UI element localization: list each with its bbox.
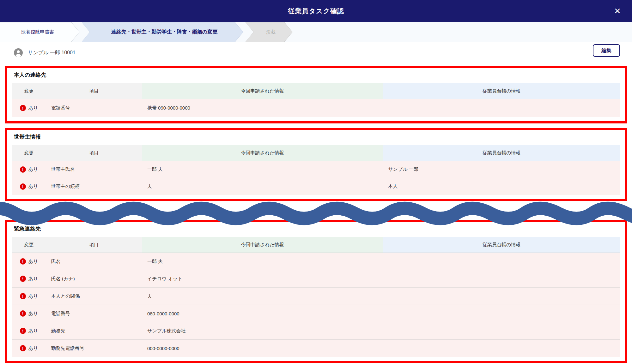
alert-icon: !: [20, 166, 26, 173]
col-header-item: 項目: [46, 83, 142, 99]
item-name-cell: 氏名: [46, 253, 142, 270]
change-status-label: あり: [28, 293, 38, 299]
alert-icon: !: [20, 345, 26, 351]
change-status-label: あり: [28, 183, 38, 189]
alert-icon: !: [20, 310, 26, 317]
change-status: ! あり: [20, 310, 38, 317]
change-status-cell: ! あり: [12, 161, 46, 178]
step-fuyo-kojo-shinkokusho[interactable]: 扶養控除申告書: [0, 22, 80, 42]
step-renrakusaki-henko-active[interactable]: 連絡先・世帯主・勤労学生・障害・婚姻の変更: [82, 22, 243, 42]
change-status: ! あり: [20, 345, 38, 351]
table-row: ! あり 電話番号 携帯 090-0000-0000: [12, 99, 620, 117]
col-header-change: 変更: [12, 237, 46, 253]
step-label-wrap: 扶養控除申告書: [0, 22, 79, 42]
change-status-label: あり: [28, 105, 38, 111]
applied-value-cell: イチロウ オット: [142, 270, 383, 288]
table-header-row: 変更 項目 今回申請された情報 従業員台帳の情報: [12, 145, 620, 161]
table-header-row: 変更 項目 今回申請された情報 従業員台帳の情報: [12, 83, 620, 99]
section-title: 世帯主情報: [14, 133, 620, 140]
col-header-ledger: 従業員台帳の情報: [383, 83, 620, 99]
col-header-ledger: 従業員台帳の情報: [383, 237, 620, 253]
applied-value-cell: 一郎 夫: [142, 253, 383, 270]
table-row: ! あり 電話番号 080-0000-0000: [12, 305, 620, 322]
applied-value-cell: サンプル株式会社: [142, 322, 383, 340]
ledger-value-cell: [383, 340, 620, 357]
change-status-label: あり: [28, 166, 38, 172]
change-status: ! あり: [20, 105, 38, 111]
ledger-value-cell: サンプル 一郎: [383, 161, 620, 178]
employee-header-row: サンプル 一郎 10001 編集: [0, 45, 632, 61]
change-status-cell: ! あり: [12, 340, 46, 357]
page-title: 従業員タスク確認: [288, 7, 344, 15]
step-label-wrap: 決裁: [246, 22, 292, 42]
item-name-cell: 勤務先電話番号: [46, 340, 142, 357]
step-label: 連絡先・世帯主・勤労学生・障害・婚姻の変更: [111, 29, 217, 35]
change-status: ! あり: [20, 328, 38, 334]
table-row: ! あり 勤務先電話番号 000-0000-0000: [12, 340, 620, 357]
applied-value-cell: 夫: [142, 178, 383, 195]
applied-value-cell: 000-0000-0000: [142, 340, 383, 357]
col-header-applied: 今回申請された情報: [142, 83, 383, 99]
close-icon[interactable]: ✕: [611, 5, 624, 17]
change-status: ! あり: [20, 166, 38, 173]
change-status-cell: ! あり: [12, 270, 46, 288]
change-status-cell: ! あり: [12, 253, 46, 270]
alert-icon: !: [20, 328, 26, 334]
section-title: 緊急連絡先: [14, 225, 620, 232]
item-name-cell: 氏名 (カナ): [46, 270, 142, 288]
item-name-cell: 本人との関係: [46, 288, 142, 305]
step-label: 決裁: [266, 29, 276, 35]
ledger-value-cell: [383, 322, 620, 340]
table-row: ! あり 本人との関係 夫: [12, 288, 620, 305]
employee-name: サンプル 一郎 10001: [28, 50, 76, 56]
ledger-value-cell: [383, 270, 620, 288]
col-header-item: 項目: [46, 145, 142, 161]
section-personal-contact: 本人の連絡先 変更 項目 今回申請された情報 従業員台帳の情報 ! あり 電話番…: [5, 66, 627, 123]
title-bar: 従業員タスク確認 ✕: [0, 0, 632, 22]
comparison-table: 変更 項目 今回申請された情報 従業員台帳の情報 ! あり 氏名 一郎 夫 ! …: [12, 237, 620, 357]
table-row: ! あり 勤務先 サンプル株式会社: [12, 322, 620, 340]
alert-icon: !: [20, 183, 26, 190]
step-kessai-disabled: 決裁: [245, 22, 293, 42]
change-status-cell: ! あり: [12, 305, 46, 322]
table-row: ! あり 世帯主の続柄 夫 本人: [12, 178, 620, 195]
item-name-cell: 電話番号: [46, 99, 142, 117]
step-label-wrap: 連絡先・世帯主・勤労学生・障害・婚姻の変更: [82, 22, 243, 42]
ledger-value-cell: [383, 288, 620, 305]
step-navigation: 扶養控除申告書 連絡先・世帯主・勤労学生・障害・婚姻の変更 決裁: [0, 22, 632, 42]
alert-icon: !: [20, 258, 26, 265]
col-header-applied: 今回申請された情報: [142, 237, 383, 253]
table-row: ! あり 氏名 一郎 夫: [12, 253, 620, 270]
change-status-label: あり: [28, 311, 38, 317]
alert-icon: !: [20, 276, 26, 282]
item-name-cell: 勤務先: [46, 322, 142, 340]
col-header-change: 変更: [12, 145, 46, 161]
col-header-item: 項目: [46, 237, 142, 253]
change-status-cell: ! あり: [12, 322, 46, 340]
comparison-table: 変更 項目 今回申請された情報 従業員台帳の情報 ! あり 世帯主氏名 一郎 夫…: [12, 145, 620, 195]
applied-value-cell: 080-0000-0000: [142, 305, 383, 322]
edit-button[interactable]: 編集: [593, 44, 620, 57]
col-header-ledger: 従業員台帳の情報: [383, 145, 620, 161]
ledger-value-cell: [383, 305, 620, 322]
section-emergency-contact: 緊急連絡先 変更 項目 今回申請された情報 従業員台帳の情報 ! あり 氏名 一…: [5, 220, 627, 363]
change-status-cell: ! あり: [12, 288, 46, 305]
change-status-cell: ! あり: [12, 99, 46, 117]
ledger-value-cell: [383, 253, 620, 270]
item-name-cell: 電話番号: [46, 305, 142, 322]
change-status-cell: ! あり: [12, 178, 46, 195]
change-status: ! あり: [20, 276, 38, 282]
table-header-row: 変更 項目 今回申請された情報 従業員台帳の情報: [12, 237, 620, 253]
change-status-label: あり: [28, 345, 38, 351]
ledger-value-cell: [383, 99, 620, 117]
col-header-change: 変更: [12, 83, 46, 99]
item-name-cell: 世帯主の続柄: [46, 178, 142, 195]
table-row: ! あり 氏名 (カナ) イチロウ オット: [12, 270, 620, 288]
change-status: ! あり: [20, 183, 38, 190]
change-status-label: あり: [28, 276, 38, 282]
user-avatar-icon: [14, 48, 23, 57]
item-name-cell: 世帯主氏名: [46, 161, 142, 178]
table-row: ! あり 世帯主氏名 一郎 夫 サンプル 一郎: [12, 161, 620, 178]
alert-icon: !: [20, 105, 26, 111]
change-status-label: あり: [28, 259, 38, 265]
